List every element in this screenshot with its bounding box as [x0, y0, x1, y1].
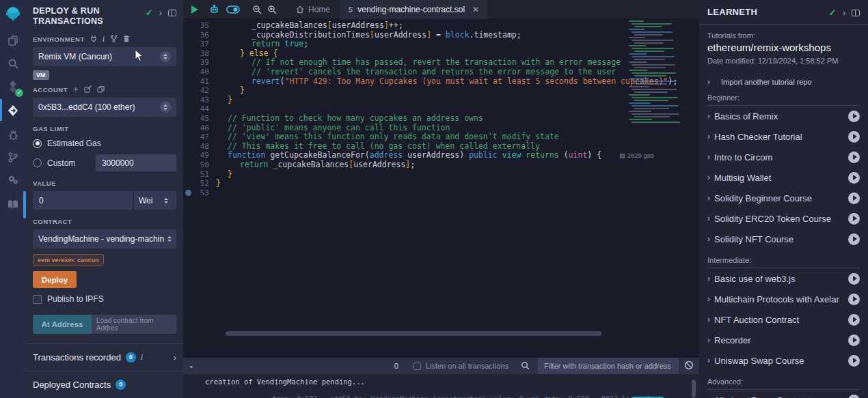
file-explorer-icon[interactable]	[0, 30, 26, 51]
line-number[interactable]: 52	[183, 179, 209, 188]
start-tutorial-play-icon[interactable]	[848, 152, 860, 163]
tutorial-item[interactable]: ›All about Proxy Contracts	[707, 390, 860, 398]
environment-select[interactable]: Remix VM (Cancun)	[33, 47, 176, 66]
code-line-48[interactable]: 48// This makes it free to call (no gas …	[183, 142, 699, 152]
line-number[interactable]: 43	[183, 96, 209, 105]
line-number[interactable]: 49	[183, 151, 209, 160]
code-line-51[interactable]: 51}	[183, 170, 699, 180]
line-number[interactable]: 48	[183, 142, 209, 152]
code-line-36[interactable]: 36_cupcakeDistributionTimes[userAddress]…	[183, 31, 699, 40]
listen-all-checkbox[interactable]	[413, 363, 421, 370]
code-line-46[interactable]: 46// 'public' means anyone can call this…	[183, 124, 699, 133]
tutorial-item[interactable]: ›Solidity Beginner Course	[707, 188, 860, 208]
tutorial-item[interactable]: ›Solidity NFT Course	[707, 229, 860, 249]
code-line-35[interactable]: 35_cupcakeBalances[userAddress]++;	[183, 21, 699, 31]
tutorial-expand-icon[interactable]: ›	[707, 395, 710, 398]
start-tutorial-play-icon[interactable]	[848, 193, 860, 204]
tutorial-expand-icon[interactable]: ›	[707, 111, 710, 121]
line-number[interactable]: 38	[183, 49, 209, 59]
code-line-37[interactable]: 37return true;	[183, 40, 699, 49]
learneth-chevron-icon[interactable]: ›	[843, 8, 845, 18]
code-line-41[interactable]: 41revert("HTTP 429: Too Many Cupcakes (y…	[183, 77, 699, 87]
tutorial-item[interactable]: ›Hash Checker Tutorial	[707, 126, 860, 147]
copilot-toggle-icon[interactable]	[226, 5, 240, 14]
tutorial-expand-icon[interactable]: ›	[707, 335, 710, 345]
code-line-40[interactable]: 40// 'revert' cancels the transaction an…	[183, 68, 699, 77]
terminal-expand-icon[interactable]: ⌄⌄	[189, 364, 194, 368]
delete-environment-icon[interactable]	[123, 35, 130, 43]
code-line-52[interactable]: 52}	[183, 179, 699, 188]
editor-horizontal-scrollbar[interactable]	[226, 331, 601, 336]
import-repo-row[interactable]: › Import another tutorial repo	[707, 77, 860, 87]
tutorial-expand-icon[interactable]: ›	[707, 173, 710, 182]
code-line-47[interactable]: 47// 'view' means this function only rea…	[183, 132, 699, 142]
code-line-49[interactable]: 49function getCupcakeBalanceFor(address …	[183, 151, 699, 160]
solidity-compiler-icon[interactable]: ✓	[0, 76, 26, 97]
line-number[interactable]: 39	[183, 58, 209, 68]
contract-select[interactable]: VendingMachine - vending-machin	[33, 229, 176, 248]
tutorial-expand-icon[interactable]: ›	[707, 193, 710, 203]
code-line-39[interactable]: 39// If not enough time has passed, reve…	[183, 58, 699, 68]
custom-gas-input[interactable]: 3000000	[96, 154, 176, 171]
start-tutorial-play-icon[interactable]	[848, 355, 860, 367]
line-number[interactable]: 44	[183, 104, 209, 114]
transactions-recorded-row[interactable]: Transactions recorded 0 i ›	[33, 344, 176, 371]
zoom-out-icon[interactable]	[252, 5, 262, 14]
at-address-button[interactable]: At Address	[33, 315, 92, 334]
zoom-in-icon[interactable]	[267, 5, 277, 14]
tutorial-item[interactable]: ›Recorder	[707, 330, 860, 350]
transactions-chevron-icon[interactable]: ›	[174, 352, 176, 363]
transactions-info-icon[interactable]: i	[141, 352, 143, 363]
deploy-and-run-icon[interactable]	[0, 100, 26, 121]
learneth-pin-icon[interactable]	[852, 10, 860, 16]
run-script-icon[interactable]	[191, 5, 198, 14]
code-line-43[interactable]: 43}	[183, 96, 699, 105]
start-tutorial-play-icon[interactable]	[848, 111, 860, 122]
code-editor[interactable]: 35_cupcakeBalances[userAddress]++;36_cup…	[183, 19, 699, 197]
start-tutorial-play-icon[interactable]	[848, 213, 860, 225]
ai-copilot-icon[interactable]	[209, 5, 219, 14]
tutorial-expand-icon[interactable]: ›	[707, 152, 710, 162]
line-number[interactable]: 50	[183, 160, 209, 170]
line-number[interactable]: 35	[183, 21, 209, 31]
terminal-filter-input[interactable]: Filter with transaction hash or address	[538, 358, 679, 374]
tutorial-expand-icon[interactable]: ›	[707, 274, 710, 283]
learneth-icon[interactable]	[0, 194, 26, 214]
tutorial-expand-icon[interactable]: ›	[707, 294, 710, 304]
publish-ipfs-checkbox[interactable]	[33, 295, 42, 304]
value-unit-select[interactable]: Wei	[134, 191, 176, 210]
value-input[interactable]: 0	[33, 191, 133, 210]
start-tutorial-play-icon[interactable]	[848, 131, 860, 143]
tutorial-item[interactable]: ›Multichain Protocols with Axelar	[707, 289, 860, 309]
add-account-icon[interactable]: +	[73, 86, 79, 93]
terminal-scrollbar[interactable]	[692, 380, 696, 397]
line-number[interactable]: 42	[183, 86, 209, 96]
code-line-45[interactable]: 45// Function to check how many cupcakes…	[183, 114, 699, 124]
tutorial-expand-icon[interactable]: ›	[707, 132, 710, 141]
copy-account-icon[interactable]	[97, 85, 105, 94]
start-tutorial-play-icon[interactable]	[848, 273, 860, 285]
editor-minimap[interactable]	[629, 20, 692, 225]
line-number[interactable]: 51	[183, 170, 209, 180]
line-number[interactable]: 45	[183, 114, 209, 124]
source-control-icon[interactable]	[0, 147, 26, 167]
start-tutorial-play-icon[interactable]	[848, 335, 860, 346]
account-select[interactable]: 0x5B3...eddC4 (100 ether)	[33, 98, 176, 117]
code-line-50[interactable]: 50return _cupcakeBalances[userAddress];	[183, 160, 699, 170]
panel-pin-icon[interactable]	[168, 10, 176, 16]
tutorial-item[interactable]: ›Multisig Wallet	[707, 167, 860, 188]
clear-console-icon[interactable]	[684, 360, 694, 371]
start-tutorial-play-icon[interactable]	[848, 314, 860, 326]
custom-gas-radio[interactable]	[33, 158, 42, 167]
plug-icon[interactable]	[90, 35, 97, 43]
tutorial-item[interactable]: ›Uniswap Swap Course	[707, 350, 860, 371]
edit-account-icon[interactable]	[84, 85, 92, 94]
at-address-input[interactable]: Load contract from Addres	[92, 315, 176, 334]
line-number[interactable]: 36	[183, 31, 209, 40]
code-line-38[interactable]: 38} else {	[183, 49, 699, 59]
info-icon[interactable]: i	[103, 35, 105, 42]
line-number[interactable]: 37	[183, 40, 209, 49]
tab-file-active[interactable]: S vending-machine-contract.sol ✕	[340, 0, 487, 19]
tutorial-expand-icon[interactable]: ›	[707, 234, 710, 244]
debugger-icon[interactable]	[0, 124, 26, 145]
